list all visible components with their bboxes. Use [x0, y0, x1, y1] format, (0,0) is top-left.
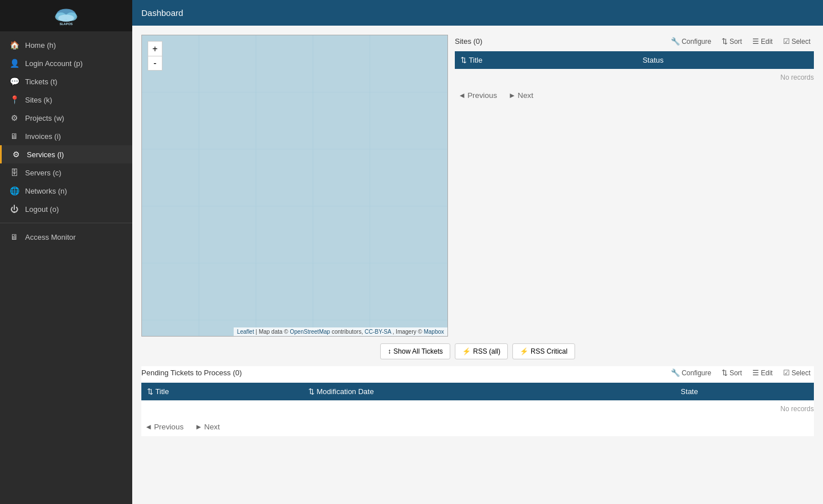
mapbox-link[interactable]: Mapbox [423, 329, 444, 335]
sites-configure-button[interactable]: 🔧 Configure [667, 35, 715, 48]
map-background [142, 35, 447, 336]
pending-col-title[interactable]: ⇅ Title [141, 383, 303, 400]
rss-all-icon: ⚡ [462, 347, 471, 355]
pending-select-icon: ☑ [783, 368, 790, 377]
pending-panel-title: Pending Tickets to Process (0) [141, 368, 667, 377]
sites-next-button[interactable]: ► Next [505, 89, 537, 101]
rss-critical-button[interactable]: ⚡ RSS Critical [512, 343, 575, 359]
sidebar-item-access-monitor-label: Access Monitor [25, 233, 76, 241]
slapos-logo-svg: SLAPOS [52, 5, 80, 27]
sidebar-item-servers[interactable]: 🗄 Servers (c) [0, 163, 132, 182]
svg-rect-5 [142, 35, 447, 336]
svg-point-3 [58, 14, 74, 22]
map-container: + - Leaflet [141, 35, 448, 337]
edit-icon: ☰ [752, 37, 759, 46]
sites-no-records: No records [455, 69, 814, 86]
sites-table: ⇅ Title Status [455, 51, 814, 69]
pending-col-modification-date[interactable]: ⇅ Modification Date [303, 383, 675, 400]
top-panel: + - Leaflet [141, 35, 814, 337]
pending-next-button[interactable]: ► Next [192, 421, 223, 433]
topbar: Dashboard [132, 0, 823, 26]
servers-icon: 🗄 [9, 168, 19, 177]
pending-edit-button[interactable]: ☰ Edit [749, 366, 776, 379]
sites-panel: Sites (0) 🔧 Configure ⇅ Sort ☰ Edit [455, 35, 814, 337]
sites-edit-button[interactable]: ☰ Edit [749, 35, 776, 48]
pending-edit-icon: ☰ [752, 368, 759, 377]
pending-table: ⇅ Title ⇅ Modification Date State [141, 383, 814, 400]
tickets-icon: 💬 [9, 77, 19, 86]
zoom-out-button[interactable]: - [148, 56, 162, 71]
sites-col-title-link[interactable]: ⇅ Title [461, 56, 482, 64]
sidebar-item-servers-label: Servers (c) [25, 169, 62, 177]
sidebar-item-logout-label: Logout (o) [25, 205, 59, 214]
openstreetmap-link[interactable]: OpenStreetMap [290, 329, 331, 335]
sidebar-item-sites[interactable]: 📍 Sites (k) [0, 91, 132, 109]
pending-select-button[interactable]: ☑ Select [780, 366, 814, 379]
sort-icon: ⇅ [722, 37, 728, 46]
sites-icon: 📍 [9, 95, 19, 104]
sidebar-item-access-monitor[interactable]: 🖥 Access Monitor [0, 228, 132, 246]
pending-toolbar-actions: 🔧 Configure ⇅ Sort ☰ Edit ☑ Select [667, 366, 814, 379]
pending-col-modification-date-link[interactable]: ⇅ Modification Date [308, 387, 374, 396]
pending-configure-button[interactable]: 🔧 Configure [667, 366, 715, 379]
content-area: + - Leaflet [132, 26, 823, 504]
ccbysa-link[interactable]: CC-BY-SA [365, 329, 391, 335]
svg-text:SLAPOS: SLAPOS [59, 22, 72, 26]
sidebar-item-invoices[interactable]: 🖥 Invoices (i) [0, 127, 132, 145]
page-title: Dashboard [141, 8, 183, 18]
monitor-icon: 🖥 [9, 232, 19, 241]
sidebar-item-tickets[interactable]: 💬 Tickets (t) [0, 72, 132, 91]
sidebar-item-projects-label: Projects (w) [25, 114, 64, 122]
show-all-tickets-icon: ↕ [388, 347, 391, 355]
nav-divider [0, 223, 132, 223]
sidebar: SLAPOS 🏠 Home (h) 👤 Login Account (p) 💬 … [0, 0, 132, 504]
pending-no-records: No records [141, 400, 814, 417]
pending-pagination: ◄ Previous ► Next [141, 417, 814, 436]
sidebar-item-invoices-label: Invoices (i) [25, 132, 61, 141]
rss-all-button[interactable]: ⚡ RSS (all) [455, 343, 508, 359]
sidebar-item-login-account-label: Login Account (p) [25, 59, 83, 68]
select-icon: ☑ [783, 37, 790, 46]
sidebar-item-home-label: Home (h) [25, 41, 56, 50]
pending-configure-icon: 🔧 [671, 368, 680, 377]
map-attribution: Leaflet | Map data © OpenStreetMap contr… [234, 327, 447, 336]
sidebar-item-tickets-label: Tickets (t) [25, 77, 58, 86]
tickets-action-bar: ↕ Show All Tickets ⚡ RSS (all) ⚡ RSS Cri… [141, 343, 814, 359]
sidebar-item-networks[interactable]: 🌐 Networks (n) [0, 182, 132, 200]
sidebar-item-projects[interactable]: ⚙ Projects (w) [0, 109, 132, 127]
pending-sort-icon: ⇅ [722, 368, 728, 377]
sidebar-item-sites-label: Sites (k) [25, 96, 52, 104]
sidebar-nav: 🏠 Home (h) 👤 Login Account (p) 💬 Tickets… [0, 31, 132, 504]
services-icon: ⚙ [11, 150, 21, 159]
sites-pagination: ◄ Previous ► Next [455, 86, 814, 105]
sites-select-button[interactable]: ☑ Select [780, 35, 814, 48]
sidebar-item-login-account[interactable]: 👤 Login Account (p) [0, 54, 132, 72]
sites-toolbar: Sites (0) 🔧 Configure ⇅ Sort ☰ Edit [455, 35, 814, 48]
invoices-icon: 🖥 [9, 132, 19, 141]
rss-critical-icon: ⚡ [520, 347, 528, 355]
pending-col-state: State [675, 383, 814, 400]
map-attribution-text: | Map data © [256, 329, 288, 335]
show-all-tickets-button[interactable]: ↕ Show All Tickets [380, 343, 450, 359]
sites-sort-button[interactable]: ⇅ Sort [718, 35, 745, 48]
pending-col-title-link[interactable]: ⇅ Title [147, 387, 169, 396]
sites-panel-title: Sites (0) [455, 37, 667, 46]
sites-col-title[interactable]: ⇅ Title [455, 51, 637, 69]
pending-previous-button[interactable]: ◄ Previous [141, 421, 187, 433]
home-icon: 🏠 [9, 40, 19, 50]
main-content: Dashboard + - [132, 0, 823, 504]
sidebar-item-services[interactable]: ⚙ Services (l) [0, 145, 132, 163]
networks-icon: 🌐 [9, 186, 19, 195]
leaflet-link[interactable]: Leaflet [237, 329, 254, 335]
logo: SLAPOS [0, 0, 132, 31]
sidebar-item-logout[interactable]: ⏻ Logout (o) [0, 200, 132, 218]
pending-sort-button[interactable]: ⇅ Sort [718, 366, 745, 379]
login-account-icon: 👤 [9, 59, 19, 68]
zoom-in-button[interactable]: + [148, 41, 162, 56]
logout-icon: ⏻ [9, 204, 19, 214]
sidebar-item-networks-label: Networks (n) [25, 187, 67, 195]
sidebar-item-services-label: Services (l) [27, 150, 64, 159]
configure-icon: 🔧 [671, 37, 680, 46]
sites-previous-button[interactable]: ◄ Previous [455, 89, 500, 101]
sidebar-item-home[interactable]: 🏠 Home (h) [0, 36, 132, 54]
